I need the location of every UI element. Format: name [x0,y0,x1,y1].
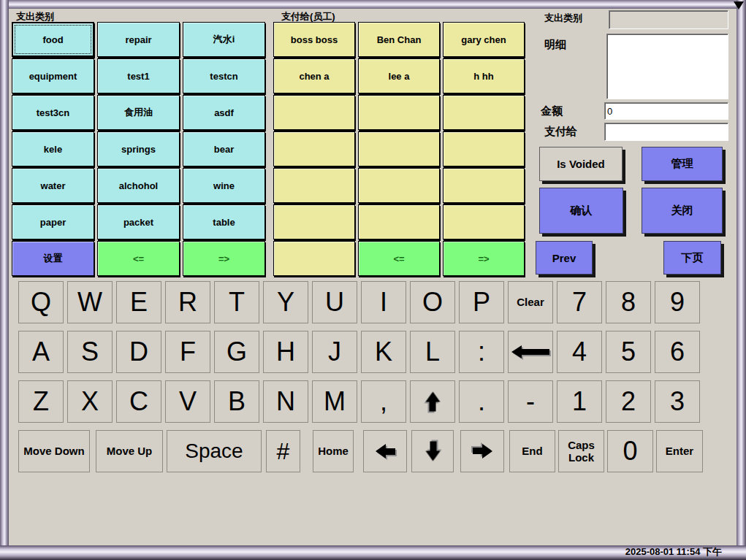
key-i[interactable]: I [361,281,406,323]
payee-page-next-button[interactable]: => [443,241,525,276]
key-shift-up[interactable] [410,380,455,423]
key-caps-lock[interactable]: Caps Lock [558,430,604,472]
key-3[interactable]: 3 [655,380,700,423]
payee-button[interactable] [443,168,525,203]
is-voided-button[interactable]: Is Voided [539,147,623,181]
key-j[interactable]: J [312,331,357,373]
key-hash[interactable]: # [266,430,300,472]
category-button[interactable]: test3cn [12,95,94,130]
category-button[interactable]: water [12,168,94,203]
next-page-button[interactable]: 下页 [663,241,721,275]
category-button[interactable]: bear [183,131,265,166]
key-clear[interactable]: Clear [508,281,553,323]
key-p[interactable]: P [459,281,504,323]
key-9[interactable]: 9 [655,281,700,323]
key-5[interactable]: 5 [606,331,651,373]
payee-button[interactable] [358,204,440,239]
payee-button-empty[interactable] [273,241,355,276]
category-page-next-button[interactable]: => [183,241,265,276]
key-7[interactable]: 7 [557,281,602,323]
key-end[interactable]: End [509,430,555,472]
key-enter[interactable]: Enter [656,430,703,472]
key-n[interactable]: N [263,380,308,423]
key-y[interactable]: Y [263,281,308,323]
key-1[interactable]: 1 [557,380,602,423]
key-r[interactable]: R [165,281,210,323]
key-8[interactable]: 8 [606,281,651,323]
prev-button[interactable]: Prev [536,241,593,275]
payee-button[interactable] [443,95,525,130]
key-x[interactable]: X [67,380,113,423]
key-s[interactable]: S [67,331,113,373]
dropdown-arrow-icon[interactable] [734,1,744,9]
category-button[interactable]: table [183,204,265,239]
payee-button[interactable] [358,95,440,130]
key-colon[interactable]: : [459,331,504,373]
category-button[interactable]: asdf [183,95,265,130]
amount-input[interactable] [604,102,728,120]
payee-button[interactable]: gary chen [443,22,525,57]
pay-to-input[interactable] [604,123,728,141]
key-m[interactable]: M [312,380,357,423]
category-button[interactable]: food [12,22,94,57]
key-b[interactable]: B [214,380,259,423]
confirm-button[interactable]: 确认 [539,188,623,234]
key-backspace[interactable] [508,331,553,373]
key-d[interactable]: D [116,331,161,373]
key-o[interactable]: O [410,281,455,323]
payee-button[interactable]: lee a [358,58,440,93]
key-g[interactable]: G [214,331,259,373]
payee-button[interactable] [273,95,355,130]
payee-button[interactable] [443,131,525,166]
category-button[interactable]: repair [97,22,180,57]
category-button[interactable]: equipment [12,58,94,93]
category-button[interactable]: testcn [183,58,265,93]
key-k[interactable]: K [361,331,406,373]
category-button[interactable]: 食用油 [97,95,180,130]
payee-button[interactable] [443,204,525,239]
key-arrow-left[interactable] [363,430,407,472]
close-button[interactable]: 关闭 [642,188,723,234]
category-page-prev-button[interactable]: <= [97,241,180,276]
key-0[interactable]: 0 [607,430,653,472]
payee-button[interactable] [273,204,355,239]
category-button[interactable]: springs [97,131,180,166]
category-button[interactable]: alchohol [97,168,180,203]
detail-textbox[interactable] [606,34,728,99]
key-move-down[interactable]: Move Down [18,430,90,472]
key-4[interactable]: 4 [557,331,602,373]
payee-button[interactable]: boss boss [273,22,355,57]
key-space[interactable]: Space [167,430,262,472]
settings-button[interactable]: 设置 [12,241,94,276]
key-h[interactable]: H [263,331,308,373]
payee-button[interactable]: Ben Chan [358,22,440,57]
key-comma[interactable]: , [361,380,406,423]
key-period[interactable]: . [459,380,504,423]
key-move-up[interactable]: Move Up [96,430,163,472]
category-button[interactable]: 汽水i [183,22,265,57]
payee-button[interactable] [273,131,355,166]
payee-button[interactable]: h hh [443,58,525,93]
key-arrow-down[interactable] [411,430,454,472]
payee-page-prev-button[interactable]: <= [358,241,440,276]
payee-button[interactable] [358,168,440,203]
category-button[interactable]: kele [12,131,94,166]
category-button[interactable]: wine [183,168,265,203]
key-minus[interactable]: - [508,380,553,423]
payee-button[interactable] [273,168,355,203]
key-e[interactable]: E [116,281,161,323]
category-button[interactable]: paper [12,204,94,239]
key-u[interactable]: U [312,281,357,323]
key-q[interactable]: Q [18,281,64,323]
key-2[interactable]: 2 [606,380,651,423]
key-l[interactable]: L [410,331,455,373]
key-a[interactable]: A [18,331,64,373]
category-button[interactable]: packet [97,204,180,239]
payee-button[interactable] [358,131,440,166]
key-home[interactable]: Home [313,430,354,472]
key-arrow-right[interactable] [460,430,504,472]
category-button[interactable]: test1 [97,58,180,93]
payee-button[interactable]: chen a [273,58,355,93]
manage-button[interactable]: 管理 [642,147,723,181]
key-z[interactable]: Z [18,380,64,423]
